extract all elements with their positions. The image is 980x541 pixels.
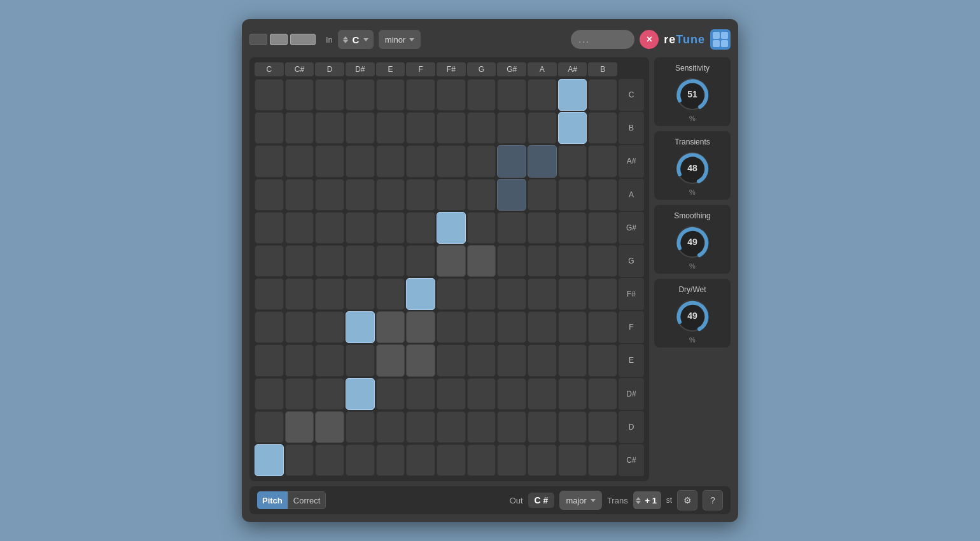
grid-cell[interactable] xyxy=(437,278,466,310)
grid-cell[interactable] xyxy=(497,179,526,211)
grid-cell[interactable] xyxy=(346,112,375,144)
grid-cell[interactable] xyxy=(376,278,405,310)
grid-cell[interactable] xyxy=(376,378,405,410)
grid-cell[interactable] xyxy=(346,311,375,343)
grid-cell[interactable] xyxy=(285,212,314,244)
grid-cell[interactable] xyxy=(346,212,375,244)
grid-cell[interactable] xyxy=(588,278,617,310)
grid-cell[interactable] xyxy=(376,344,405,376)
key-in-selector[interactable]: C xyxy=(338,30,374,49)
grid-cell[interactable] xyxy=(255,112,284,144)
grid-cell[interactable] xyxy=(376,112,405,144)
grid-cell[interactable] xyxy=(285,179,314,211)
transients-knob[interactable]: 48 xyxy=(673,149,711,187)
grid-cell[interactable] xyxy=(588,145,617,177)
grid-cell[interactable] xyxy=(467,444,496,476)
grid-cell[interactable] xyxy=(406,344,435,376)
grid-cell[interactable] xyxy=(467,112,496,144)
grid-cell[interactable] xyxy=(558,245,587,277)
grid-cell[interactable] xyxy=(467,212,496,244)
grid-cell[interactable] xyxy=(558,311,587,343)
grid-cell[interactable] xyxy=(558,344,587,376)
grid-cell[interactable] xyxy=(315,179,344,211)
grid-cell[interactable] xyxy=(346,179,375,211)
grid-cell[interactable] xyxy=(528,212,557,244)
grid-cell[interactable] xyxy=(406,79,435,111)
grid-cell[interactable] xyxy=(467,278,496,310)
grid-cell[interactable] xyxy=(437,411,466,443)
grid-cell[interactable] xyxy=(528,112,557,144)
grid-cell[interactable] xyxy=(588,79,617,111)
grid-cell[interactable] xyxy=(315,378,344,410)
grid-cell[interactable] xyxy=(558,145,587,177)
preset-selector[interactable]: ... xyxy=(571,30,634,49)
grid-cell[interactable] xyxy=(497,311,526,343)
grid-cell[interactable] xyxy=(406,378,435,410)
sensitivity-knob[interactable]: 51 xyxy=(673,75,711,113)
grid-cell[interactable] xyxy=(437,245,466,277)
grid-cell[interactable] xyxy=(497,112,526,144)
grid-cell[interactable] xyxy=(528,145,557,177)
grid-cell[interactable] xyxy=(315,311,344,343)
maximize-button[interactable] xyxy=(290,34,316,45)
grid-cell[interactable] xyxy=(588,311,617,343)
scale-in-selector[interactable]: minor xyxy=(379,30,421,49)
settings-button[interactable]: ⚙ xyxy=(677,490,697,510)
grid-cell[interactable] xyxy=(558,112,587,144)
grid-cell[interactable] xyxy=(285,411,314,443)
grid-cell[interactable] xyxy=(285,378,314,410)
grid-cell[interactable] xyxy=(346,378,375,410)
grid-cell[interactable] xyxy=(376,411,405,443)
grid-cell[interactable] xyxy=(437,344,466,376)
grid-cell[interactable] xyxy=(315,245,344,277)
grid-cell[interactable] xyxy=(406,112,435,144)
grid-cell[interactable] xyxy=(528,344,557,376)
grid-cell[interactable] xyxy=(406,411,435,443)
grid-cell[interactable] xyxy=(558,79,587,111)
grid-cell[interactable] xyxy=(558,212,587,244)
grid-cell[interactable] xyxy=(315,112,344,144)
grid-cell[interactable] xyxy=(437,79,466,111)
grid-cell[interactable] xyxy=(406,444,435,476)
grid-cell[interactable] xyxy=(528,378,557,410)
grid-cell[interactable] xyxy=(467,378,496,410)
grid-cell[interactable] xyxy=(315,79,344,111)
grid-cell[interactable] xyxy=(285,145,314,177)
dry-wet-knob[interactable]: 49 xyxy=(673,297,711,335)
grid-cell[interactable] xyxy=(588,411,617,443)
grid-cell[interactable] xyxy=(558,278,587,310)
grid-cell[interactable] xyxy=(376,212,405,244)
grid-cell[interactable] xyxy=(467,179,496,211)
grid-cell[interactable] xyxy=(437,145,466,177)
grid-cell[interactable] xyxy=(588,112,617,144)
grid-cell[interactable] xyxy=(285,444,314,476)
grid-cell[interactable] xyxy=(346,411,375,443)
grid-cell[interactable] xyxy=(467,145,496,177)
grid-cell[interactable] xyxy=(285,245,314,277)
grid-cell[interactable] xyxy=(376,444,405,476)
grid-cell[interactable] xyxy=(315,145,344,177)
scale-out-selector[interactable]: major xyxy=(559,491,602,510)
grid-cell[interactable] xyxy=(467,79,496,111)
grid-cell[interactable] xyxy=(346,278,375,310)
grid-cell[interactable] xyxy=(437,311,466,343)
grid-cell[interactable] xyxy=(346,145,375,177)
grid-cell[interactable] xyxy=(346,79,375,111)
grid-cell[interactable] xyxy=(588,444,617,476)
grid-cell[interactable] xyxy=(406,278,435,310)
grid-cell[interactable] xyxy=(528,411,557,443)
grid-cell[interactable] xyxy=(346,245,375,277)
grid-cell[interactable] xyxy=(528,245,557,277)
grid-cell[interactable] xyxy=(558,411,587,443)
grid-cell[interactable] xyxy=(588,344,617,376)
grid-cell[interactable] xyxy=(285,311,314,343)
grid-cell[interactable] xyxy=(255,79,284,111)
grid-cell[interactable] xyxy=(437,112,466,144)
grid-cell[interactable] xyxy=(255,311,284,343)
grid-cell[interactable] xyxy=(497,444,526,476)
grid-cell[interactable] xyxy=(285,344,314,376)
grid-cell[interactable] xyxy=(376,179,405,211)
close-button[interactable]: × xyxy=(640,30,659,49)
grid-cell[interactable] xyxy=(497,145,526,177)
grid-cell[interactable] xyxy=(406,145,435,177)
